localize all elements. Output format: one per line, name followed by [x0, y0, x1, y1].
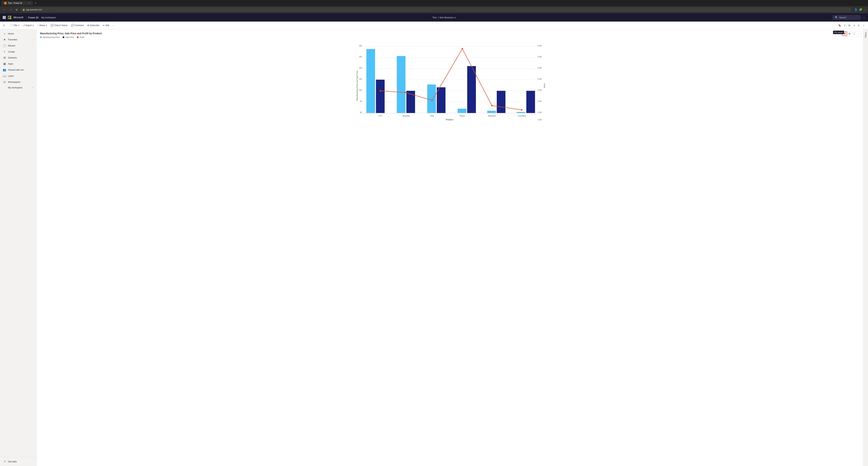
- x-label-carretera: Carretera: [518, 115, 526, 117]
- sidebar-item-workspaces[interactable]: 🗂 Workspaces ›: [0, 79, 36, 85]
- legend-item-manufacturing: Manufacturing Price: [40, 36, 60, 38]
- sidebar-toggle-button[interactable]: ≡: [2, 23, 6, 28]
- x-label-velo: Velo: [430, 115, 434, 117]
- bar-paseo-manufacturing: [458, 109, 466, 113]
- filters-label[interactable]: Filters: [864, 31, 868, 39]
- bar-vtt-sale: [376, 80, 385, 113]
- learn-icon: 📖: [3, 74, 6, 78]
- svg-text:1.5M: 1.5M: [538, 119, 541, 121]
- file-button[interactable]: 📄 File ∨: [9, 23, 21, 28]
- comment-icon: 💬: [71, 24, 74, 27]
- ms-logo-icon: [8, 16, 11, 19]
- sidebar-item-apps[interactable]: ▦ Apps: [0, 61, 36, 67]
- share-button[interactable]: ↑ Share ∨: [36, 23, 49, 28]
- sidebar-item-learn[interactable]: 📖 Learn: [0, 73, 36, 79]
- svg-text:0K: 0K: [360, 112, 362, 113]
- share-label: Share: [39, 24, 45, 27]
- forward-button[interactable]: →: [8, 7, 13, 12]
- bookmark-chevron[interactable]: ∨: [843, 23, 847, 28]
- search-box[interactable]: 🔍 Search: [833, 15, 861, 20]
- sidebar-item-recent[interactable]: 🕐 Recent ›: [0, 42, 36, 49]
- bookmark-button[interactable]: 🔖: [837, 23, 842, 28]
- view-button[interactable]: ⊞: [847, 23, 851, 28]
- sidebar-item-create[interactable]: + Create: [0, 49, 36, 55]
- chart-svg-wrapper: Manufacturing Price and Sale Price 30K 2…: [40, 40, 860, 466]
- tab-close-button[interactable]: ✕: [28, 2, 30, 4]
- home-label: Home: [8, 32, 34, 35]
- legend-item-profit: Profit: [77, 36, 84, 38]
- report-title: Test: [432, 16, 436, 19]
- workspace-name[interactable]: My workspace: [41, 16, 56, 19]
- profile-icon[interactable]: 👤: [854, 8, 858, 11]
- chat-in-teams-button[interactable]: 💬 Chat in Teams: [49, 23, 69, 28]
- svg-text:10K: 10K: [359, 89, 362, 91]
- profit-dot-amarilla: [405, 92, 406, 93]
- svg-text:30K: 30K: [359, 45, 362, 47]
- y-axis-left-label: Manufacturing Price and Sale Price: [356, 70, 358, 100]
- svg-text:5.0M: 5.0M: [538, 45, 541, 47]
- extensions-icon[interactable]: 🧩: [859, 8, 862, 11]
- sidebar-item-datasets[interactable]: ⊞ Datasets: [0, 55, 36, 61]
- export-button[interactable]: ↗ Export ∨: [22, 23, 35, 28]
- file-chevron: ∨: [18, 24, 20, 27]
- legend-label-profit: Profit: [80, 36, 84, 38]
- browser-tab[interactable]: P Test - Power BI ✕: [1, 1, 33, 5]
- bar-montana-manufacturing: [487, 111, 496, 113]
- chart-title: Manufacturing Price, Sale Price and Prof…: [40, 32, 860, 35]
- profit-dot-vtt: [380, 90, 381, 91]
- recent-icon: 🕐: [3, 44, 6, 47]
- waffle-menu-button[interactable]: [3, 16, 6, 19]
- refresh-toolbar-button[interactable]: ↻: [857, 23, 861, 28]
- legend-dot-sale: [63, 36, 64, 38]
- chart-area: Pin visual 📌 ⊞ ⛶ ··· Manufacturing Price…: [36, 29, 863, 466]
- sidebar-item-home[interactable]: ⌂ Home: [0, 31, 36, 36]
- classification-separator: |: [438, 16, 438, 19]
- svg-text:2.5M: 2.5M: [538, 100, 541, 102]
- app-container: Microsoft Power BI My workspace Test | N…: [0, 13, 868, 466]
- sidebar-item-myworkspace[interactable]: My workspace ∨: [0, 85, 36, 90]
- new-tab-button[interactable]: +: [35, 2, 36, 5]
- subscribe-button[interactable]: ✉ Subscribe: [86, 23, 101, 28]
- bar-carretera-sale: [526, 91, 535, 113]
- svg-text:3.0M: 3.0M: [538, 89, 541, 91]
- create-icon: +: [3, 50, 6, 53]
- svg-text:20K: 20K: [359, 67, 362, 69]
- refresh-button[interactable]: ↻: [14, 7, 19, 12]
- browser-menu-icon[interactable]: ···: [864, 8, 866, 11]
- share-icon: ↑: [37, 24, 39, 27]
- profit-dot-montana: [491, 105, 493, 106]
- toolbar-more-button[interactable]: ···: [111, 24, 116, 27]
- visual-expand-button[interactable]: ⛶: [852, 32, 856, 36]
- topbar: Microsoft Power BI My workspace Test | N…: [0, 13, 868, 22]
- topbar-more-button[interactable]: ···: [863, 16, 865, 19]
- file-icon: 📄: [10, 24, 13, 27]
- get-data-button[interactable]: ↗ Get data: [0, 459, 36, 465]
- bar-amarilla-manufacturing: [397, 56, 406, 113]
- favorites-icon: ★: [3, 38, 6, 41]
- workspaces-arrow: ›: [33, 81, 34, 83]
- url-text: app.powerbi.com: [26, 8, 42, 11]
- edit-button[interactable]: ✏ Edit: [101, 23, 111, 28]
- x-axis-title: Product: [446, 118, 453, 121]
- back-button[interactable]: ←: [2, 7, 7, 12]
- comment-button[interactable]: 💬 Comment: [70, 23, 85, 28]
- browser-navbar: ← → ↻ 🔒 app.powerbi.com 👤 🧩 ···: [0, 6, 868, 13]
- visual-filter-button[interactable]: ⊞: [847, 32, 851, 36]
- visual-more-button[interactable]: ···: [857, 32, 861, 36]
- toolbar: ≡ 📄 File ∨ ↗ Export ∨ ↑ Share ∨ 💬 Chat i…: [0, 22, 868, 29]
- classification-chevron[interactable]: ∨: [454, 16, 456, 19]
- svg-text:25K: 25K: [359, 56, 362, 58]
- view-chevron[interactable]: ∨: [852, 23, 856, 28]
- favorite-toolbar-button[interactable]: ☆: [862, 23, 866, 28]
- microsoft-text: Microsoft: [13, 16, 23, 19]
- sidebar-item-favorites[interactable]: ★ Favorites ›: [0, 36, 36, 42]
- learn-label: Learn: [8, 75, 34, 77]
- address-bar[interactable]: 🔒 app.powerbi.com: [20, 7, 851, 12]
- get-data-label: Get data: [8, 460, 34, 463]
- x-label-amarilla: Amarilla: [403, 115, 410, 117]
- recent-label: Recent: [8, 45, 31, 47]
- shared-icon: 👥: [3, 68, 6, 71]
- tab-favicon: P: [4, 2, 7, 4]
- toolbar-right: 🔖 ∨ ⊞ ∨ ↻ ☆: [837, 23, 866, 28]
- sidebar-item-shared[interactable]: 👥 Shared with me: [0, 67, 36, 73]
